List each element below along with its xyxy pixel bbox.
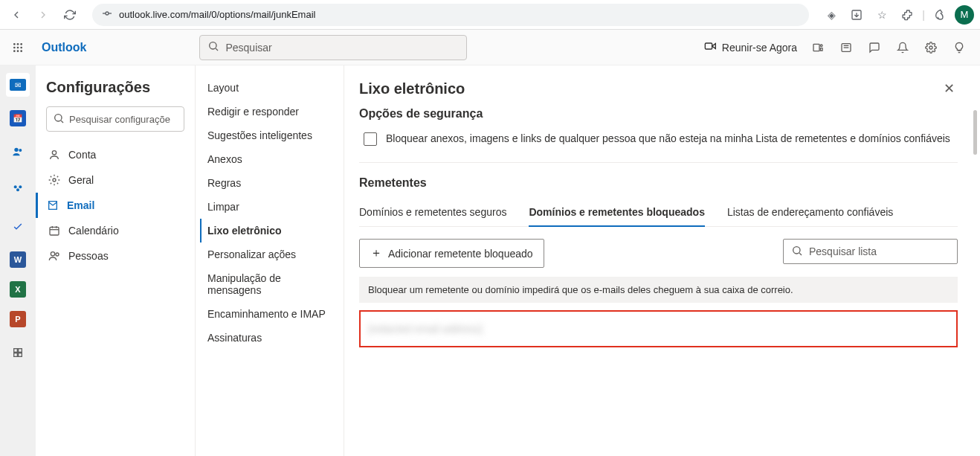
extensions-icon[interactable] xyxy=(897,4,918,25)
category-email[interactable]: Email xyxy=(36,193,184,218)
svg-point-0 xyxy=(106,12,109,15)
svg-point-26 xyxy=(19,185,22,188)
category-pessoas[interactable]: Pessoas xyxy=(46,243,184,269)
category-label: Conta xyxy=(68,149,96,161)
bell-icon[interactable] xyxy=(895,40,910,55)
forward-button[interactable] xyxy=(33,4,54,25)
svg-rect-31 xyxy=(19,353,22,357)
mail-icon xyxy=(46,199,59,212)
people-icon xyxy=(48,249,61,263)
rail-mail[interactable]: ✉ xyxy=(6,73,30,97)
plus-icon: ＋ xyxy=(370,245,382,261)
search-placeholder: Pesquisar xyxy=(225,42,271,54)
svg-line-43 xyxy=(799,253,802,255)
gear-icon[interactable] xyxy=(923,40,938,55)
rail-powerpoint[interactable]: P xyxy=(10,311,26,327)
rail-todo[interactable] xyxy=(6,214,30,238)
leaf-icon[interactable] xyxy=(929,4,950,25)
svg-rect-29 xyxy=(19,349,22,353)
search-input[interactable]: Pesquisar xyxy=(199,35,467,60)
rail-word[interactable]: W xyxy=(10,251,26,268)
subnav-junk[interactable]: Lixo eletrônico xyxy=(200,219,339,243)
svg-point-10 xyxy=(13,50,16,52)
svg-point-35 xyxy=(53,179,56,182)
svg-point-4 xyxy=(13,43,16,45)
scrollbar[interactable] xyxy=(973,110,977,155)
category-geral[interactable]: Geral xyxy=(46,167,184,193)
svg-point-22 xyxy=(929,46,932,49)
subnav-customize[interactable]: Personalizar ações xyxy=(200,243,339,266)
bookmark-star-icon[interactable]: ☆ xyxy=(871,4,892,25)
separator: | xyxy=(922,9,925,21)
search-list-placeholder: Pesquisar lista xyxy=(809,245,877,257)
block-attachments-label: Bloquear anexos, imagens e links de qual… xyxy=(386,132,950,144)
subnav-layout[interactable]: Layout xyxy=(200,76,339,100)
app-rail: ✉ 📅 W X P xyxy=(0,65,36,456)
category-calendar[interactable]: Calendário xyxy=(46,218,184,243)
rail-more-apps[interactable] xyxy=(6,341,30,365)
rail-groups[interactable] xyxy=(6,177,30,201)
add-blocked-sender-button[interactable]: ＋ Adicionar remetente bloqueado xyxy=(359,239,544,268)
subnav-compose[interactable]: Redigir e responder xyxy=(200,100,339,123)
rail-excel[interactable]: X xyxy=(10,281,26,298)
brand-label[interactable]: Outlook xyxy=(42,41,86,54)
svg-point-34 xyxy=(52,151,56,155)
diamond-icon[interactable]: ◈ xyxy=(821,4,842,25)
settings-search-input[interactable]: Pesquisar configuraçõe xyxy=(46,106,184,132)
category-label: Calendário xyxy=(68,225,119,237)
close-button[interactable]: ✕ xyxy=(941,77,958,100)
svg-point-8 xyxy=(17,46,19,48)
content-title: Lixo eletrônico xyxy=(359,80,465,97)
meet-now-label: Reunir-se Agora xyxy=(722,42,797,54)
install-icon[interactable] xyxy=(846,4,867,25)
svg-point-5 xyxy=(17,43,19,45)
block-attachments-checkbox[interactable] xyxy=(364,132,377,146)
reload-button[interactable] xyxy=(59,4,80,25)
chat-icon[interactable] xyxy=(867,40,882,55)
search-icon xyxy=(53,112,65,126)
tab-blocked-senders[interactable]: Domínios e remetentes bloqueados xyxy=(529,202,705,227)
svg-point-11 xyxy=(17,50,19,52)
svg-point-23 xyxy=(14,148,18,152)
search-icon xyxy=(207,40,219,54)
person-icon xyxy=(48,148,61,161)
settings-categories-panel: Configurações Pesquisar configuraçõe Con… xyxy=(36,65,196,456)
svg-rect-17 xyxy=(813,44,819,51)
subnav-rules[interactable]: Regras xyxy=(200,171,339,195)
tab-safe-lists[interactable]: Listas de endereçamento confiáveis xyxy=(727,202,893,226)
subnav-sweep[interactable]: Limpar xyxy=(200,195,339,219)
subnav-signatures[interactable]: Assinaturas xyxy=(200,326,339,350)
blocked-sender-row[interactable]: [redacted email address] xyxy=(359,310,958,347)
subnav-suggestions[interactable]: Sugestões inteligentes xyxy=(200,123,339,147)
svg-rect-30 xyxy=(14,353,18,357)
tips-icon[interactable] xyxy=(952,40,967,55)
news-icon[interactable] xyxy=(839,40,854,55)
svg-point-6 xyxy=(20,43,22,45)
category-label: Email xyxy=(67,199,94,211)
svg-point-7 xyxy=(13,46,16,48)
subnav-attachments[interactable]: Anexos xyxy=(200,147,339,171)
svg-point-27 xyxy=(16,188,19,191)
profile-avatar[interactable]: M xyxy=(955,5,974,25)
add-button-label: Adicionar remetente bloqueado xyxy=(388,248,533,260)
svg-point-41 xyxy=(56,253,59,256)
svg-rect-28 xyxy=(14,349,18,353)
svg-point-40 xyxy=(51,252,54,256)
meet-now-button[interactable]: Reunir-se Agora xyxy=(704,40,797,54)
teams-icon[interactable] xyxy=(810,40,825,55)
url-bar[interactable]: outlook.live.com/mail/0/options/mail/jun… xyxy=(92,4,809,26)
svg-rect-36 xyxy=(50,227,59,235)
browser-toolbar: outlook.live.com/mail/0/options/mail/jun… xyxy=(0,0,980,30)
search-icon xyxy=(791,245,803,259)
search-list-input[interactable]: Pesquisar lista xyxy=(783,239,958,264)
app-launcher-icon[interactable] xyxy=(6,36,30,60)
subnav-handling[interactable]: Manipulação de mensagens xyxy=(200,266,339,302)
svg-point-18 xyxy=(820,45,822,47)
tab-safe-senders[interactable]: Domínios e remetentes seguros xyxy=(359,202,506,226)
subnav-forwarding[interactable]: Encaminhamento e IMAP xyxy=(200,302,339,326)
back-button[interactable] xyxy=(6,4,27,25)
rail-people[interactable] xyxy=(6,140,30,164)
category-conta[interactable]: Conta xyxy=(46,142,184,167)
video-icon xyxy=(704,40,716,54)
rail-calendar[interactable]: 📅 xyxy=(10,110,26,126)
